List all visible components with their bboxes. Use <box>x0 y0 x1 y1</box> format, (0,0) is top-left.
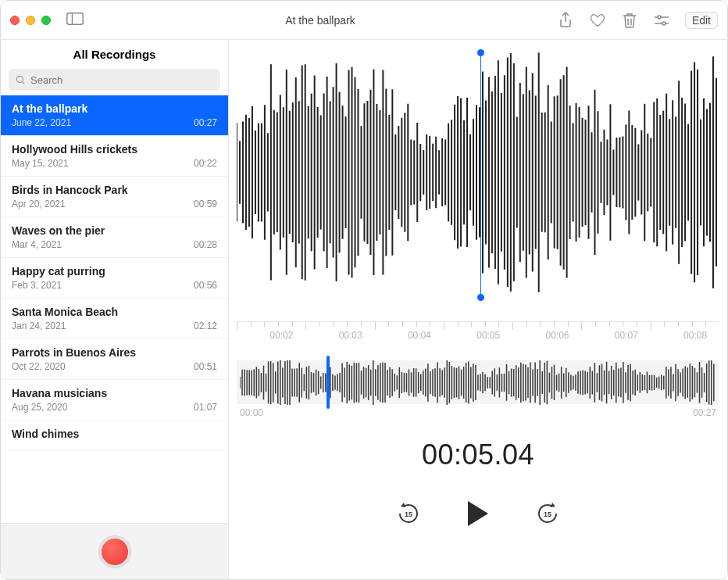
recording-row[interactable]: Hollywood Hills cricketsMay 15, 202100:2… <box>1 136 228 177</box>
playback-options-button[interactable] <box>652 13 671 28</box>
recording-date: Oct 22, 2020 <box>12 361 66 372</box>
editor-pane: 00:0200:0300:0400:0500:0600:0700:08 00:0… <box>229 40 727 579</box>
recording-duration: 00:22 <box>194 158 217 169</box>
playhead[interactable] <box>480 52 481 298</box>
recording-title: Hollywood Hills crickets <box>12 143 217 156</box>
recording-date: Feb 3, 2021 <box>12 280 62 291</box>
record-bar <box>1 523 228 579</box>
recording-duration: 01:07 <box>194 402 217 413</box>
recording-title: Havana musicians <box>12 387 217 399</box>
recording-row[interactable]: Santa Monica BeachJan 24, 202102:12 <box>1 299 228 339</box>
edit-button[interactable]: Edit <box>685 12 718 29</box>
recording-row[interactable]: Happy cat purringFeb 3, 202100:56 <box>1 258 228 299</box>
recording-row[interactable]: At the ballparkJune 22, 202100:27 <box>1 95 228 136</box>
delete-button[interactable] <box>621 11 638 30</box>
recording-date: Apr 20, 2021 <box>12 199 66 209</box>
recording-title: Waves on the pier <box>12 224 217 237</box>
recording-title: Birds in Hancock Park <box>12 184 217 196</box>
recording-date: Mar 4, 2021 <box>12 239 62 250</box>
ruler-label: 00:03 <box>339 330 362 341</box>
ruler-label: 00:02 <box>269 330 293 341</box>
overview-start-label: 00:00 <box>240 407 263 418</box>
skip-forward-button[interactable]: 15 <box>534 500 561 527</box>
window-controls <box>10 16 51 25</box>
window-title: At the ballpark <box>84 14 557 27</box>
overview-playhead[interactable] <box>327 356 330 409</box>
svg-rect-0 <box>67 13 84 24</box>
timecode: 00:05.04 <box>237 439 719 471</box>
overview-end-label: 00:27 <box>693 407 716 418</box>
recording-title: Parrots in Buenos Aires <box>12 346 217 359</box>
ruler-label: 00:08 <box>683 330 707 341</box>
recording-date: May 15, 2021 <box>12 158 69 169</box>
recording-date: June 22, 2021 <box>12 117 71 128</box>
ruler-label: 00:05 <box>476 330 500 341</box>
recording-row[interactable]: Parrots in Buenos AiresOct 22, 202000:51 <box>1 339 228 380</box>
waveform-overview[interactable] <box>237 360 719 404</box>
recording-date: Aug 25, 2020 <box>12 402 67 413</box>
share-button[interactable] <box>557 10 574 30</box>
favorite-button[interactable] <box>588 12 607 29</box>
recording-row[interactable]: Birds in Hancock ParkApr 20, 202100:59 <box>1 177 228 217</box>
recording-duration: 00:59 <box>194 199 217 209</box>
app-window: At the ballpark <box>0 0 728 580</box>
recording-title: Santa Monica Beach <box>12 306 217 318</box>
skip-fwd-seconds: 15 <box>534 501 561 527</box>
recording-title: Wind chimes <box>12 428 217 440</box>
recording-duration: 00:28 <box>194 239 217 250</box>
recording-duration: 00:56 <box>194 280 217 291</box>
sidebar: All Recordings At the ballparkJune 22, 2… <box>1 40 229 579</box>
skip-back-seconds: 15 <box>395 501 422 527</box>
recording-title: At the ballpark <box>12 102 217 115</box>
svg-point-5 <box>658 16 661 19</box>
minimize-window-button[interactable] <box>26 16 35 25</box>
ruler-label: 00:06 <box>546 330 569 341</box>
search-input[interactable] <box>9 69 220 91</box>
toggle-sidebar-button[interactable] <box>66 13 84 28</box>
recording-title: Happy cat purring <box>12 265 217 277</box>
ruler-label: 00:07 <box>615 330 638 341</box>
zoom-window-button[interactable] <box>41 16 51 25</box>
recording-duration: 00:51 <box>194 361 217 372</box>
recording-date: Jan 24, 2021 <box>12 320 66 331</box>
recording-duration: 02:12 <box>194 320 217 331</box>
record-button[interactable] <box>99 536 130 567</box>
recording-duration: 00:27 <box>194 117 217 128</box>
titlebar: At the ballpark <box>1 1 727 40</box>
play-button[interactable] <box>466 499 491 528</box>
close-window-button[interactable] <box>10 16 20 25</box>
recording-row[interactable]: Wind chimes <box>1 421 228 450</box>
skip-back-button[interactable]: 15 <box>395 500 422 527</box>
recording-row[interactable]: Waves on the pierMar 4, 202100:28 <box>1 217 228 258</box>
time-ruler: 00:0200:0300:0400:0500:0600:0700:08 <box>237 321 719 343</box>
recording-row[interactable]: Havana musiciansAug 25, 202001:07 <box>1 380 228 421</box>
svg-point-7 <box>662 22 666 25</box>
recordings-list: At the ballparkJune 22, 202100:27Hollywo… <box>1 95 228 523</box>
ruler-label: 00:04 <box>408 330 431 341</box>
waveform-detail[interactable] <box>237 48 719 298</box>
sidebar-title: All Recordings <box>1 40 228 69</box>
